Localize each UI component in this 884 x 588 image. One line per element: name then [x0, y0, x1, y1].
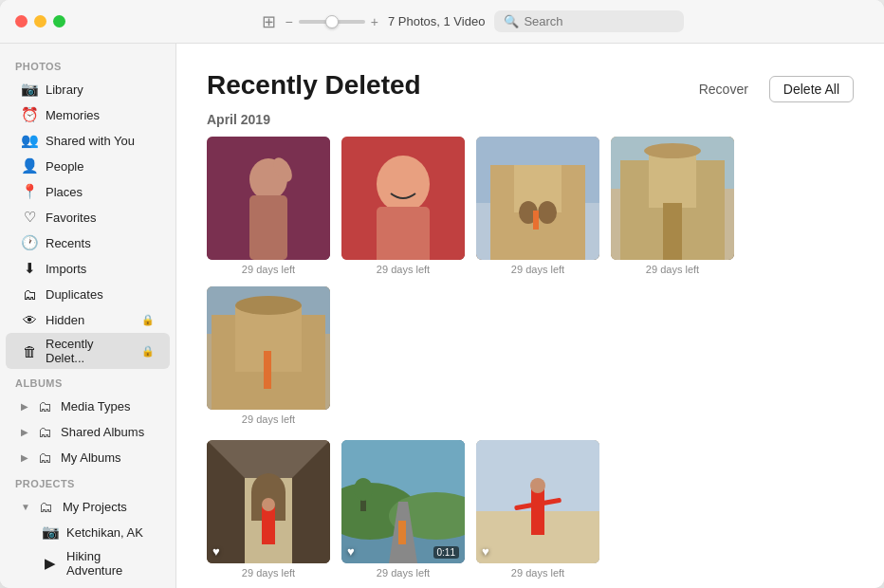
favorite-heart-icon: ♥	[347, 544, 355, 559]
sidebar-item-places[interactable]: 📍 Places	[6, 179, 170, 204]
photo-thumbnail[interactable]	[611, 137, 734, 260]
sidebar-item-library-label: Library	[46, 83, 155, 97]
svg-rect-13	[533, 211, 539, 230]
sidebar-item-recently-deleted-label: Recently Delet...	[46, 337, 134, 365]
sidebar-item-memories-label: Memories	[46, 108, 155, 122]
recently-deleted-lock-icon: 🔒	[141, 345, 155, 358]
traffic-lights	[15, 15, 65, 28]
media-types-chevron: ▶	[21, 401, 28, 412]
photo-caption: 29 days left	[377, 567, 430, 579]
titlebar: ⊞ − + 7 Photos, 1 Video 🔍	[0, 0, 884, 44]
sidebar-item-hiking[interactable]: ▶ Hiking Adventure	[6, 545, 170, 581]
photo-caption: 29 days left	[646, 264, 699, 275]
favorite-heart-icon: ♥	[482, 544, 489, 559]
my-albums-icon: 🗂	[36, 449, 53, 466]
photo-thumbnail[interactable]	[207, 137, 330, 260]
svg-point-5	[377, 156, 430, 212]
photo-thumbnail[interactable]: ♥ 0:11	[341, 440, 465, 563]
recover-button[interactable]: Recover	[688, 77, 760, 101]
svg-rect-17	[649, 151, 696, 208]
sidebar-item-recently-deleted[interactable]: 🗑 Recently Delet... 🔒	[6, 333, 170, 369]
list-item[interactable]: 29 days left	[611, 137, 734, 275]
imports-icon: ⬇	[21, 260, 38, 277]
svg-point-46	[530, 478, 545, 493]
photo-thumbnail[interactable]: ♥	[476, 440, 599, 563]
svg-rect-6	[377, 207, 430, 260]
svg-point-18	[644, 143, 701, 158]
list-item[interactable]: 29 days left	[207, 137, 330, 275]
sidebar-item-shared-label: Shared with You	[46, 134, 155, 148]
photo-count: 7 Photos, 1 Video	[388, 14, 485, 28]
sidebar-item-recents[interactable]: 🕐 Recents	[6, 230, 170, 255]
sidebar-group-my-albums[interactable]: ▶ 🗂 My Albums	[6, 445, 170, 469]
photos-section-label: Photos	[0, 53, 175, 76]
date-section-label: April 2019	[207, 112, 854, 127]
sidebar-item-memories[interactable]: ⏰ Memories	[6, 102, 170, 127]
close-button[interactable]	[15, 15, 28, 28]
search-bar[interactable]: 🔍	[494, 10, 684, 32]
search-input[interactable]	[524, 14, 674, 28]
zoom-knob[interactable]	[325, 15, 339, 28]
svg-rect-19	[663, 203, 682, 260]
albums-section-label: Albums	[0, 370, 175, 393]
zoom-in-icon[interactable]: +	[371, 14, 378, 29]
hiking-icon: ▶	[42, 555, 59, 572]
sidebar-group-my-albums-label: My Albums	[61, 450, 155, 465]
photo-caption: 29 days left	[377, 264, 430, 275]
list-item[interactable]: ♥ 0:11 29 days left	[341, 440, 465, 579]
list-item[interactable]: 29 days left	[476, 137, 599, 275]
page-title: Recently Deleted	[207, 70, 421, 101]
main-layout: Photos 📷 Library ⏰ Memories 👥 Shared wit…	[0, 44, 884, 588]
sidebar-item-people-label: People	[46, 159, 155, 174]
sidebar-group-media-types-label: Media Types	[61, 399, 155, 413]
projects-section-label: Projects	[0, 470, 175, 493]
sidebar-group-my-projects-label: My Projects	[63, 500, 155, 514]
my-projects-chevron: ▼	[21, 502, 30, 512]
zoom-control: − +	[285, 14, 378, 29]
fullscreen-button[interactable]	[53, 15, 65, 28]
sidebar-item-favorites-label: Favorites	[46, 211, 155, 225]
sidebar-group-media-types[interactable]: ▶ 🗂 Media Types	[6, 394, 170, 418]
list-item[interactable]: ♥ 29 days left	[207, 440, 330, 579]
svg-point-33	[262, 498, 275, 511]
sidebar-group-shared-albums[interactable]: ▶ 🗂 Shared Albums	[6, 419, 170, 444]
photo-thumbnail[interactable]	[341, 137, 465, 260]
main-window: ⊞ − + 7 Photos, 1 Video 🔍 Photos 📷 Libra…	[0, 0, 884, 588]
photo-thumbnail[interactable]	[476, 137, 599, 260]
places-icon: 📍	[21, 183, 38, 200]
zoom-slider[interactable]	[299, 20, 365, 24]
sidebar-item-places-label: Places	[46, 185, 155, 199]
delete-all-button[interactable]: Delete All	[769, 76, 854, 102]
sidebar-item-hidden[interactable]: 👁 Hidden 🔒	[6, 307, 170, 332]
sidebar-item-people[interactable]: 👤 People	[6, 154, 170, 178]
list-item[interactable]: 29 days left	[341, 137, 465, 275]
duplicates-icon: 🗂	[21, 285, 38, 303]
list-item[interactable]: 29 days left	[207, 286, 330, 425]
photo-caption: 29 days left	[242, 264, 295, 275]
sidebar-group-my-projects[interactable]: ▼ 🗂 My Projects	[6, 494, 170, 519]
svg-rect-25	[264, 351, 271, 389]
sidebar-item-imports[interactable]: ⬇ Imports	[6, 256, 170, 281]
sidebar-item-library[interactable]: 📷 Library	[6, 77, 170, 101]
photo-thumbnail[interactable]: ♥	[207, 440, 330, 563]
photo-thumbnail[interactable]	[207, 286, 330, 410]
minimize-button[interactable]	[34, 15, 46, 28]
content-header: Recently Deleted Recover Delete All	[207, 70, 854, 102]
photo-grid-row2: ♥ 29 days left	[207, 440, 854, 579]
sidebar-item-recents-label: Recents	[46, 236, 155, 250]
sidebar-item-shared-with-you[interactable]: 👥 Shared with You	[6, 128, 170, 153]
sidebar-item-ketchikan[interactable]: 📷 Ketchikan, AK	[6, 520, 170, 544]
zoom-out-icon[interactable]: −	[285, 14, 293, 29]
sidebar-item-ketchikan-label: Ketchikan, AK	[66, 525, 155, 540]
shared-albums-icon: 🗂	[36, 423, 53, 440]
sidebar-item-favorites[interactable]: ♡ Favorites	[6, 205, 170, 230]
shared-albums-chevron: ▶	[21, 427, 28, 437]
search-icon: 🔍	[504, 14, 519, 28]
slideshow-icon[interactable]: ⊞	[262, 11, 276, 32]
svg-point-24	[235, 296, 302, 315]
sidebar-item-duplicates[interactable]: 🗂 Duplicates	[6, 282, 170, 306]
memories-icon: ⏰	[21, 106, 38, 123]
list-item[interactable]: ♥ 29 days left	[476, 440, 599, 579]
svg-rect-32	[262, 506, 275, 544]
favorites-icon: ♡	[21, 209, 38, 226]
